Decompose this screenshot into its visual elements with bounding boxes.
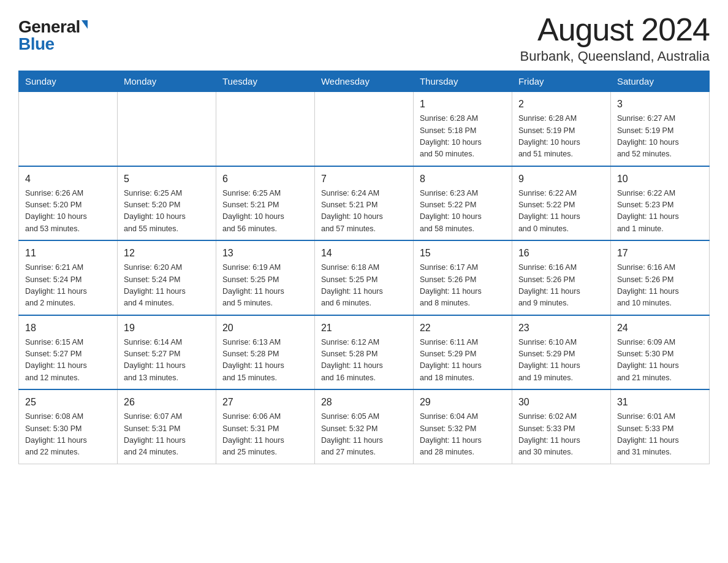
day-info: Sunrise: 6:05 AMSunset: 5:32 PMDaylight:…: [321, 411, 407, 459]
day-number: 6: [222, 172, 308, 186]
location: Burbank, Queensland, Australia: [520, 48, 710, 64]
day-number: 20: [222, 321, 308, 335]
calendar-cell: 19Sunrise: 6:14 AMSunset: 5:27 PMDayligh…: [117, 315, 216, 390]
day-info: Sunrise: 6:20 AMSunset: 5:24 PMDaylight:…: [124, 262, 210, 310]
day-info: Sunrise: 6:02 AMSunset: 5:33 PMDaylight:…: [518, 411, 604, 459]
calendar-cell: [19, 92, 118, 166]
day-number: 10: [617, 172, 703, 186]
calendar-header-saturday: Saturday: [610, 71, 709, 92]
day-info: Sunrise: 6:07 AMSunset: 5:31 PMDaylight:…: [124, 411, 210, 459]
day-info: Sunrise: 6:15 AMSunset: 5:27 PMDaylight:…: [25, 337, 111, 385]
calendar-cell: 8Sunrise: 6:23 AMSunset: 5:22 PMDaylight…: [413, 166, 512, 241]
day-info: Sunrise: 6:23 AMSunset: 5:22 PMDaylight:…: [420, 188, 506, 236]
calendar-cell: 7Sunrise: 6:24 AMSunset: 5:21 PMDaylight…: [314, 166, 413, 241]
day-number: 2: [518, 97, 604, 112]
day-number: 22: [420, 321, 506, 335]
calendar-cell: 18Sunrise: 6:15 AMSunset: 5:27 PMDayligh…: [19, 315, 118, 390]
day-number: 26: [124, 395, 210, 410]
calendar-cell: 26Sunrise: 6:07 AMSunset: 5:31 PMDayligh…: [117, 389, 216, 464]
calendar-cell: 28Sunrise: 6:05 AMSunset: 5:32 PMDayligh…: [314, 389, 413, 464]
calendar-cell: 11Sunrise: 6:21 AMSunset: 5:24 PMDayligh…: [19, 240, 118, 315]
day-number: 24: [617, 321, 703, 335]
calendar-cell: 24Sunrise: 6:09 AMSunset: 5:30 PMDayligh…: [610, 315, 709, 390]
logo-triangle-icon: [82, 20, 88, 29]
day-number: 17: [617, 246, 703, 261]
day-number: 12: [124, 246, 210, 261]
day-info: Sunrise: 6:01 AMSunset: 5:33 PMDaylight:…: [617, 411, 703, 459]
logo: General Blue: [18, 18, 88, 53]
calendar-table: SundayMondayTuesdayWednesdayThursdayFrid…: [18, 71, 710, 464]
day-info: Sunrise: 6:21 AMSunset: 5:24 PMDaylight:…: [25, 262, 111, 310]
calendar-header-monday: Monday: [117, 71, 216, 92]
day-number: 3: [617, 97, 703, 112]
calendar-cell: 5Sunrise: 6:25 AMSunset: 5:20 PMDaylight…: [117, 166, 216, 241]
day-number: 25: [25, 395, 111, 410]
calendar-cell: 25Sunrise: 6:08 AMSunset: 5:30 PMDayligh…: [19, 389, 118, 464]
day-info: Sunrise: 6:19 AMSunset: 5:25 PMDaylight:…: [222, 262, 308, 310]
calendar-cell: 20Sunrise: 6:13 AMSunset: 5:28 PMDayligh…: [216, 315, 314, 390]
day-info: Sunrise: 6:10 AMSunset: 5:29 PMDaylight:…: [518, 337, 604, 385]
day-number: 27: [222, 395, 308, 410]
day-info: Sunrise: 6:28 AMSunset: 5:18 PMDaylight:…: [420, 113, 506, 161]
calendar-header-row: SundayMondayTuesdayWednesdayThursdayFrid…: [19, 71, 710, 92]
month-title: August 2024: [520, 12, 710, 47]
day-info: Sunrise: 6:22 AMSunset: 5:23 PMDaylight:…: [617, 188, 703, 236]
day-info: Sunrise: 6:18 AMSunset: 5:25 PMDaylight:…: [321, 262, 407, 310]
calendar-cell: 4Sunrise: 6:26 AMSunset: 5:20 PMDaylight…: [19, 166, 118, 241]
day-info: Sunrise: 6:22 AMSunset: 5:22 PMDaylight:…: [518, 188, 604, 236]
calendar-cell: [117, 92, 216, 166]
day-number: 8: [420, 172, 506, 186]
logo-blue-text: Blue: [18, 36, 55, 53]
calendar-week-row: 4Sunrise: 6:26 AMSunset: 5:20 PMDaylight…: [19, 166, 710, 241]
calendar-cell: 13Sunrise: 6:19 AMSunset: 5:25 PMDayligh…: [216, 240, 314, 315]
day-info: Sunrise: 6:14 AMSunset: 5:27 PMDaylight:…: [124, 337, 210, 385]
day-number: 19: [124, 321, 210, 335]
calendar-cell: 15Sunrise: 6:17 AMSunset: 5:26 PMDayligh…: [413, 240, 512, 315]
calendar-cell: 6Sunrise: 6:25 AMSunset: 5:21 PMDaylight…: [216, 166, 314, 241]
day-number: 4: [25, 172, 111, 186]
calendar-cell: 14Sunrise: 6:18 AMSunset: 5:25 PMDayligh…: [314, 240, 413, 315]
day-number: 1: [420, 97, 506, 112]
day-number: 7: [321, 172, 407, 186]
calendar-header-wednesday: Wednesday: [314, 71, 413, 92]
day-number: 9: [518, 172, 604, 186]
calendar-cell: [314, 92, 413, 166]
day-info: Sunrise: 6:12 AMSunset: 5:28 PMDaylight:…: [321, 337, 407, 385]
calendar-week-row: 11Sunrise: 6:21 AMSunset: 5:24 PMDayligh…: [19, 240, 710, 315]
calendar-cell: 2Sunrise: 6:28 AMSunset: 5:19 PMDaylight…: [512, 92, 610, 166]
calendar-cell: 17Sunrise: 6:16 AMSunset: 5:26 PMDayligh…: [610, 240, 709, 315]
day-info: Sunrise: 6:27 AMSunset: 5:19 PMDaylight:…: [617, 113, 703, 161]
title-block: August 2024 Burbank, Queensland, Austral…: [520, 12, 710, 64]
day-info: Sunrise: 6:16 AMSunset: 5:26 PMDaylight:…: [518, 262, 604, 310]
day-number: 16: [518, 246, 604, 261]
day-info: Sunrise: 6:09 AMSunset: 5:30 PMDaylight:…: [617, 337, 703, 385]
day-info: Sunrise: 6:16 AMSunset: 5:26 PMDaylight:…: [617, 262, 703, 310]
logo-general-text: General: [18, 18, 80, 36]
calendar-header-thursday: Thursday: [413, 71, 512, 92]
day-info: Sunrise: 6:17 AMSunset: 5:26 PMDaylight:…: [420, 262, 506, 310]
calendar-cell: 1Sunrise: 6:28 AMSunset: 5:18 PMDaylight…: [413, 92, 512, 166]
calendar-cell: 30Sunrise: 6:02 AMSunset: 5:33 PMDayligh…: [512, 389, 610, 464]
calendar-header-friday: Friday: [512, 71, 610, 92]
calendar-cell: 27Sunrise: 6:06 AMSunset: 5:31 PMDayligh…: [216, 389, 314, 464]
day-info: Sunrise: 6:28 AMSunset: 5:19 PMDaylight:…: [518, 113, 604, 161]
day-number: 14: [321, 246, 407, 261]
calendar-cell: 21Sunrise: 6:12 AMSunset: 5:28 PMDayligh…: [314, 315, 413, 390]
calendar-cell: 23Sunrise: 6:10 AMSunset: 5:29 PMDayligh…: [512, 315, 610, 390]
day-number: 31: [617, 395, 703, 410]
calendar-cell: 22Sunrise: 6:11 AMSunset: 5:29 PMDayligh…: [413, 315, 512, 390]
day-number: 30: [518, 395, 604, 410]
calendar-cell: [216, 92, 314, 166]
day-number: 29: [420, 395, 506, 410]
calendar-week-row: 1Sunrise: 6:28 AMSunset: 5:18 PMDaylight…: [19, 92, 710, 166]
day-info: Sunrise: 6:24 AMSunset: 5:21 PMDaylight:…: [321, 188, 407, 236]
day-info: Sunrise: 6:11 AMSunset: 5:29 PMDaylight:…: [420, 337, 506, 385]
day-number: 23: [518, 321, 604, 335]
calendar-cell: 12Sunrise: 6:20 AMSunset: 5:24 PMDayligh…: [117, 240, 216, 315]
calendar-cell: 29Sunrise: 6:04 AMSunset: 5:32 PMDayligh…: [413, 389, 512, 464]
day-number: 13: [222, 246, 308, 261]
day-info: Sunrise: 6:08 AMSunset: 5:30 PMDaylight:…: [25, 411, 111, 459]
day-info: Sunrise: 6:25 AMSunset: 5:21 PMDaylight:…: [222, 188, 308, 236]
calendar-header-sunday: Sunday: [19, 71, 118, 92]
day-info: Sunrise: 6:25 AMSunset: 5:20 PMDaylight:…: [124, 188, 210, 236]
